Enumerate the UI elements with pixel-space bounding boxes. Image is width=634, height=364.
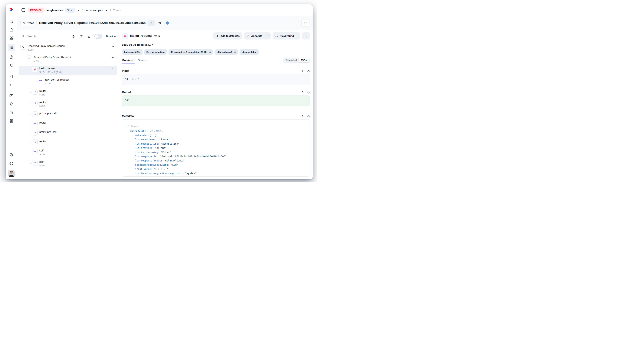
sidebar-item-search[interactable] (8, 19, 15, 24)
org-type-badge: Team (65, 8, 75, 13)
timeline-toggle[interactable] (94, 34, 102, 38)
sidebar-item-home[interactable] (8, 27, 15, 32)
user-avatar[interactable] (8, 170, 15, 177)
display-settings-icon[interactable] (79, 34, 83, 38)
copy-icon[interactable] (307, 114, 310, 118)
format-toggle-formatted[interactable]: Formatted (284, 58, 299, 62)
json-key: openinference.span.kind: (135, 164, 169, 166)
copy-id-button[interactable]: ID (154, 34, 160, 38)
sidebar-item-playground[interactable] (8, 82, 15, 87)
tree-search-input[interactable]: Search (21, 34, 68, 38)
tree-indent (20, 139, 26, 145)
tree-row[interactable]: self5.23s (19, 159, 117, 168)
sidebar-item-tracing[interactable] (8, 44, 15, 51)
tracing-icon (9, 46, 14, 50)
node-label: router (39, 121, 46, 124)
metadata-section-header: Metadata (122, 114, 310, 118)
sidebar-nav (6, 19, 17, 124)
tab-preview[interactable]: Preview (122, 57, 133, 64)
sidebar-item-prompts[interactable] (8, 74, 15, 79)
topbar: PROD-EU langfuse-dev Team / docs-example… (17, 4, 313, 16)
collapse-node-chevron-icon[interactable] (112, 68, 116, 71)
plus-circle-icon[interactable] (233, 51, 236, 53)
sidebar-item-datasets[interactable] (8, 118, 15, 124)
sidebar-item-evaluation[interactable] (8, 93, 15, 98)
public-globe-icon[interactable] (165, 20, 170, 26)
sidebar-item-settings[interactable] (8, 152, 15, 157)
tree-row[interactable]: raw_gen_ai_request5.25s (19, 77, 117, 86)
tree-indent (20, 130, 26, 136)
sidebar-toggle-icon[interactable] (21, 8, 26, 13)
collapse-all-icon[interactable] (71, 34, 76, 38)
download-icon[interactable] (87, 34, 91, 38)
tree-row[interactable]: litellm_request5.25s38 → 2 (Σ 40) (19, 66, 117, 75)
tree-indent (32, 78, 38, 85)
node-label: proxy_pre_call (39, 130, 57, 134)
copy-icon[interactable] (307, 91, 310, 94)
collapse-node-chevron-icon[interactable] (112, 56, 116, 60)
collapse-section-icon[interactable] (301, 70, 304, 72)
collapse-node-chevron-icon[interactable] (112, 45, 116, 48)
tree-row[interactable]: router5.26s (19, 88, 117, 98)
tree-row[interactable]: self5.23s (19, 148, 117, 157)
trace-type-pill[interactable]: Trace (20, 20, 37, 26)
tree-row[interactable]: proxy_pre_call (19, 129, 117, 136)
tree-row[interactable]: router5.26s (19, 99, 117, 109)
format-toggle-json[interactable]: JSON (299, 58, 309, 62)
tab-scores[interactable]: Scores (138, 57, 147, 64)
collapse-section-icon[interactable] (301, 114, 304, 118)
node-label: router (39, 89, 46, 92)
node-duration: 5.25s (45, 82, 51, 85)
json-key: llm.input_messages.0.message.content: (135, 176, 188, 176)
sidebar-item-users[interactable] (8, 63, 15, 68)
sidebar-item-insights[interactable] (8, 102, 15, 106)
json-line: llm.request.type: "acompletion" (125, 142, 306, 146)
span-type-icon (32, 100, 38, 106)
span-type-icon (32, 121, 38, 126)
json-key: llm.is_streaming: (135, 151, 159, 154)
badge-text: 38 prompt → 2 completion (Σ 40) (171, 51, 207, 53)
detail-scroll-area[interactable]: Input "3 + 3 = " Output (122, 64, 310, 179)
sidebar-item-sessions[interactable] (8, 54, 15, 60)
annotate-dropdown-chevron-icon[interactable] (265, 32, 271, 40)
sidebar-item-annotation[interactable] (8, 110, 15, 115)
tree-row[interactable]: router (19, 120, 117, 127)
tree-indent (26, 112, 32, 117)
tree-row[interactable]: proxy_pre_call (19, 110, 117, 118)
json-item-count[interactable]: 3 Items ⌄ (128, 125, 140, 128)
sidebar-item-dashboards[interactable] (8, 36, 15, 40)
metric-badge: Env: production (144, 49, 167, 55)
breadcrumb-project[interactable]: docs-examples (85, 8, 103, 12)
playground-button[interactable]: Playground (273, 32, 300, 40)
annotate-button-group: Annotate (244, 32, 271, 40)
tree-row[interactable]: Received Proxy Server Request5.26s (19, 43, 117, 52)
org-name[interactable]: langfuse-dev (46, 8, 63, 12)
project-switcher-chevron-icon[interactable] (105, 9, 108, 12)
comments-button[interactable] (302, 32, 310, 40)
delete-trace-button[interactable] (301, 19, 309, 27)
bookmark-star-icon[interactable] (157, 20, 162, 26)
info-circle-icon[interactable] (208, 51, 211, 53)
org-switcher-chevron-icon[interactable] (77, 9, 80, 12)
content-split: Search Timeline Re (17, 30, 313, 179)
json-value: "llama3" (158, 138, 169, 141)
playground-icon (9, 83, 14, 87)
json-key: llm.model_name: (135, 138, 157, 141)
tree-indent (26, 160, 32, 168)
tree-row[interactable]: router (19, 138, 117, 146)
metric-badge: stream: false (240, 49, 259, 55)
generation-type-icon (32, 66, 38, 72)
sidebar-item-support[interactable] (8, 161, 15, 166)
annotate-button[interactable]: Annotate (244, 32, 265, 40)
json-collapsed-object[interactable]: {...} (149, 134, 157, 137)
collapse-section-icon[interactable] (301, 91, 304, 94)
tree-indent (20, 121, 26, 126)
tree-row[interactable]: Received Proxy Server Request5.26s (19, 54, 117, 64)
tag-button[interactable] (148, 20, 155, 26)
copy-icon[interactable] (307, 70, 310, 72)
json-item-count[interactable]: 20 Items ⌄ (150, 130, 163, 132)
span-type-icon (32, 112, 38, 117)
add-to-datasets-button[interactable]: Add to datasets (213, 32, 242, 40)
metadata-json-viewer[interactable]: { 3 Items ⌄attributes: { 20 Items ⌄metad… (122, 119, 310, 176)
breadcrumb-section[interactable]: Traces (113, 8, 121, 12)
